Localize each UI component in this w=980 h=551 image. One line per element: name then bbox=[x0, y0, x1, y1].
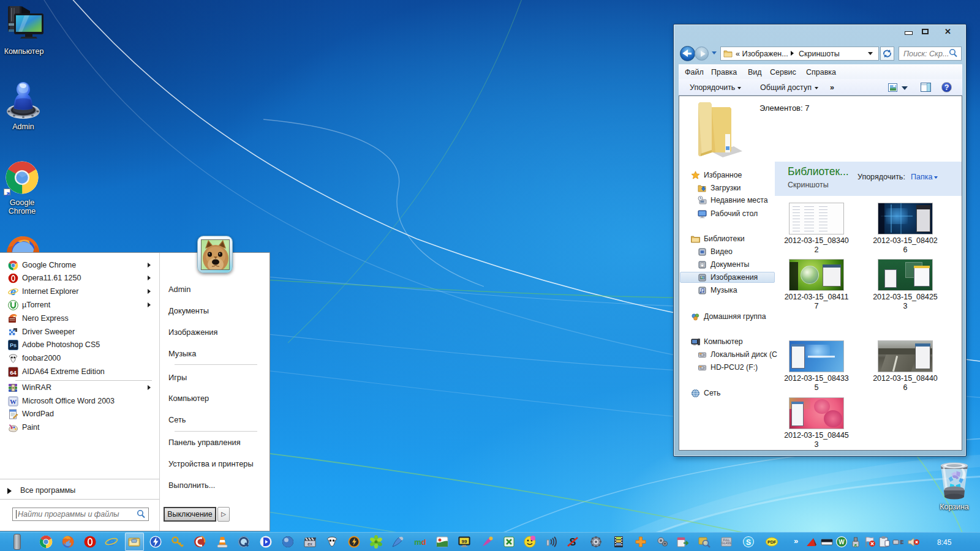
svg-text:W: W bbox=[10, 398, 17, 405]
svg-text:ex: ex bbox=[307, 542, 312, 546]
svg-text:e: e bbox=[108, 535, 115, 549]
svg-text:S: S bbox=[746, 538, 751, 547]
svg-text:PDF: PDF bbox=[767, 540, 777, 544]
svg-text:e: e bbox=[10, 287, 16, 297]
svg-text:W: W bbox=[839, 539, 845, 545]
svg-text:Ps: Ps bbox=[10, 342, 17, 348]
svg-text:md: md bbox=[414, 538, 426, 547]
svg-text:GLASS: GLASS bbox=[722, 542, 731, 545]
svg-text:64: 64 bbox=[10, 369, 17, 376]
svg-text:99: 99 bbox=[462, 539, 467, 544]
